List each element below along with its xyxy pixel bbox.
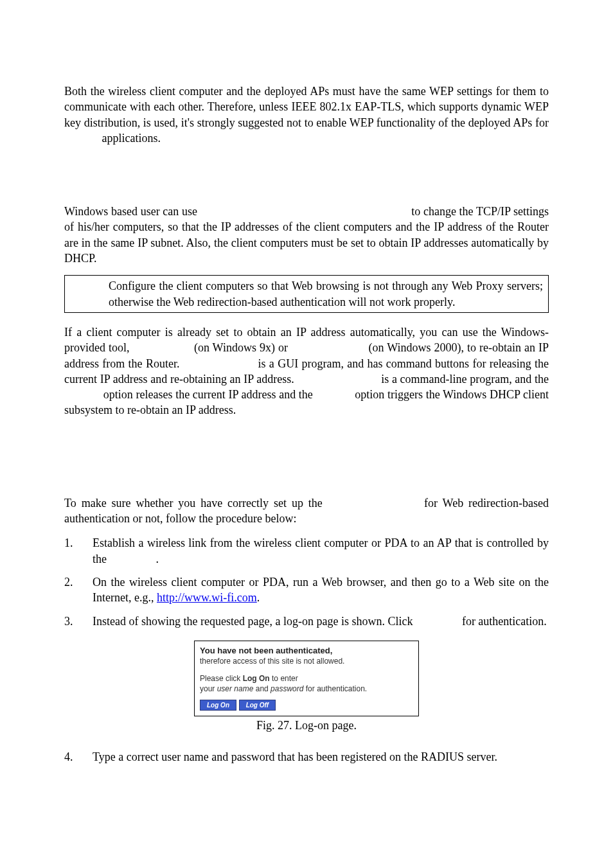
dialog-heading: You have not been authenticated,	[200, 645, 413, 657]
dialog-subheading: therefore access of this site is not all…	[200, 656, 413, 666]
logon-dialog: You have not been authenticated, therefo…	[194, 641, 419, 717]
list-number: 2.	[64, 574, 78, 606]
ordered-steps-list-continued: 4. Type a correct user name and password…	[64, 749, 549, 765]
dialog-text-fragment: to enter	[270, 674, 298, 683]
note-label-cell	[65, 276, 103, 312]
dialog-text-fragment: your	[200, 684, 217, 693]
paragraph-verify-intro: To make sure whether you have correctly …	[64, 495, 549, 527]
dialog-logon-strong: Log On	[243, 674, 270, 683]
figure-logon: You have not been authenticated, therefo…	[64, 641, 549, 734]
list-number: 4.	[64, 749, 78, 765]
list-number: 1.	[64, 535, 78, 567]
note-box: Configure the client computers so that W…	[64, 275, 549, 313]
dialog-text-fragment: and	[253, 684, 271, 693]
list-item: 1. Establish a wireless link from the wi…	[64, 535, 549, 567]
list-item: 3. Instead of showing the requested page…	[64, 614, 549, 629]
log-on-button[interactable]: Log On	[200, 700, 236, 711]
paragraph-tcpip-settings: Windows based user can use to change the…	[64, 204, 549, 266]
paragraph-wep-settings: Both the wireless client computer and th…	[64, 84, 549, 146]
note-text: Configure the client computers so that W…	[103, 276, 548, 312]
dialog-buttons: Log On Log Off	[200, 699, 413, 711]
list-item: 2. On the wireless client computer or PD…	[64, 574, 549, 606]
dialog-text-fragment: Please click	[200, 674, 243, 683]
wifi-link[interactable]: http://www.wi-fi.com	[157, 591, 257, 604]
dialog-username-em: user name	[217, 684, 254, 693]
list-text: On the wireless client computer or PDA, …	[93, 574, 549, 606]
list-text: Instead of showing the requested page, a…	[93, 614, 549, 629]
list-number: 3.	[64, 614, 78, 629]
dialog-text-fragment: for authentication.	[303, 684, 367, 693]
list-text: Type a correct user name and password th…	[93, 749, 549, 765]
log-off-button[interactable]: Log Off	[239, 700, 276, 711]
ordered-steps-list: 1. Establish a wireless link from the wi…	[64, 535, 549, 628]
dialog-instruction-line: Please click Log On to enter	[200, 673, 413, 684]
paragraph-dhcp-tools: If a client computer is already set to o…	[64, 324, 549, 418]
figure-caption: Fig. 27. Log-on page.	[64, 718, 549, 733]
list-text: Establish a wireless link from the wirel…	[93, 535, 549, 567]
dialog-password-em: password	[271, 684, 303, 693]
list-text-fragment: .	[257, 591, 260, 604]
list-item: 4. Type a correct user name and password…	[64, 749, 549, 765]
dialog-instruction-line: your user name and password for authenti…	[200, 684, 413, 694]
